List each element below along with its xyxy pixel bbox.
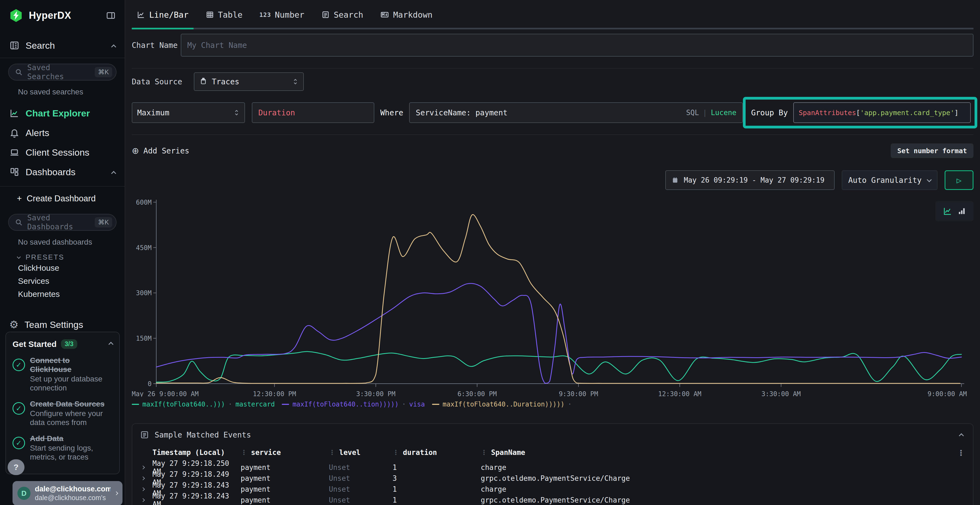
- get-started-item[interactable]: ✓ Add Data Start sending logs, metrics, …: [13, 434, 113, 462]
- create-dashboard-label: Create Dashboard: [27, 194, 95, 203]
- add-series-button[interactable]: ⊕ Add Series: [132, 146, 189, 156]
- chevron-down-icon: [17, 255, 21, 259]
- legend-item[interactable]: maxIf(toFloat640..tion)))))·visa: [282, 400, 425, 408]
- series-line-3: [156, 215, 960, 384]
- check-circle-icon: ✓: [13, 402, 25, 414]
- preset-services[interactable]: Services: [18, 275, 125, 287]
- lucene-toggle[interactable]: Lucene: [711, 108, 737, 117]
- tab-search[interactable]: Search: [316, 0, 368, 29]
- sidebar-item-client-sessions[interactable]: Client Sessions: [0, 143, 125, 162]
- table-menu-icon[interactable]: ⋮: [957, 448, 965, 457]
- group-by-input[interactable]: SpanAttributes['app.payment.card_type']: [793, 102, 971, 123]
- user-menu[interactable]: D dale@clickhouse.com dale@clickhouse.co…: [13, 481, 123, 505]
- date-range-input[interactable]: May 26 09:29:19 - May 27 09:29:19: [665, 170, 835, 190]
- table-row[interactable]: May 27 9:29:18.249 AMpaymentUnset3grpc.o…: [140, 470, 965, 481]
- x-axis-label: 3:30:00 AM: [761, 390, 801, 397]
- column-header-duration[interactable]: ⋮duration: [393, 448, 481, 457]
- column-header-level[interactable]: ⋮level: [329, 448, 393, 457]
- get-started-item-desc: Start sending logs, metrics, or traces: [30, 443, 113, 462]
- run-query-button[interactable]: ▷: [945, 170, 974, 190]
- get-started-item[interactable]: ✓ Connect to ClickHouse Set up your data…: [13, 356, 113, 392]
- saved-searches-placeholder: Saved Searches: [27, 63, 91, 81]
- column-header-timestamp[interactable]: Timestamp (Local): [153, 448, 241, 457]
- line-chart-toggle-icon[interactable]: [943, 206, 953, 216]
- column-header-service[interactable]: ⋮service: [241, 448, 329, 457]
- get-started-item[interactable]: ✓ Create Data Sources Configure where yo…: [13, 399, 113, 427]
- get-started-title: Get Started: [13, 340, 57, 349]
- create-dashboard-button[interactable]: + Create Dashboard: [0, 189, 125, 208]
- table-row[interactable]: May 27 9:29:18.243 AMpaymentUnset1grpc.o…: [140, 492, 965, 503]
- table-row[interactable]: May 27 9:29:18.243 AMpaymentUnset1charge: [140, 481, 965, 492]
- main-panel: Line/Bar Table 123 Number Search: [125, 0, 980, 505]
- presets-toggle[interactable]: PRESETS: [18, 253, 125, 262]
- tab-number[interactable]: 123 Number: [255, 0, 309, 29]
- set-number-format-button[interactable]: Set number format: [891, 143, 974, 158]
- data-source-select[interactable]: Traces: [194, 72, 304, 91]
- sql-toggle[interactable]: SQL: [686, 108, 699, 117]
- granularity-value: Auto Granularity: [848, 176, 922, 185]
- chart-svg[interactable]: 600M450M300M150M0May 26 9:00:00 AM12:30:…: [125, 190, 980, 397]
- expand-row-chevron-icon[interactable]: [140, 488, 153, 491]
- preset-kubernetes[interactable]: Kubernetes: [18, 287, 125, 301]
- sidebar-item-alerts[interactable]: Alerts: [0, 123, 125, 143]
- list-icon: [140, 430, 149, 440]
- sidebar-collapse-button[interactable]: [105, 11, 116, 21]
- search-icon: [15, 218, 23, 226]
- column-drag-handle-icon[interactable]: ⋮: [329, 449, 336, 456]
- chart-name-input[interactable]: [181, 34, 974, 57]
- bar-chart-toggle-icon[interactable]: [958, 207, 966, 216]
- table-row[interactable]: May 27 9:29:18.250 AMpaymentUnset1charge: [140, 459, 965, 470]
- sidebar-item-chart-explorer[interactable]: Chart Explorer: [0, 103, 125, 123]
- cell-timestamp: May 27 9:29:18.243 AM: [153, 492, 241, 505]
- play-icon: ▷: [956, 176, 961, 185]
- chevron-up-icon[interactable]: [112, 167, 115, 178]
- granularity-select[interactable]: Auto Granularity: [842, 170, 937, 190]
- chevron-up-icon[interactable]: [109, 341, 113, 347]
- legend-expression: maxIf(toFloat640..tion))))): [293, 400, 399, 408]
- where-input[interactable]: ServiceName: payment SQL | Lucene: [409, 102, 743, 123]
- plus-icon: +: [17, 194, 22, 203]
- cell-service: payment: [241, 474, 329, 483]
- check-circle-icon: ✓: [13, 359, 25, 371]
- preset-clickhouse[interactable]: ClickHouse: [18, 262, 125, 275]
- sidebar-item-team-settings[interactable]: ⚙ Team Settings: [0, 316, 125, 333]
- chart-display-toggle: [935, 201, 974, 221]
- sidebar-item-dashboards[interactable]: Dashboards: [0, 162, 125, 182]
- column-drag-handle-icon[interactable]: ⋮: [241, 449, 247, 456]
- group-by-key: 'app.payment.card_type': [860, 109, 955, 117]
- column-drag-handle-icon[interactable]: ⋮: [393, 449, 399, 456]
- chevron-up-icon[interactable]: [112, 40, 115, 51]
- tab-table[interactable]: Table: [200, 0, 247, 29]
- help-button[interactable]: ?: [8, 459, 24, 475]
- legend-item[interactable]: maxIf(toFloat640..Duration)))))·: [432, 400, 572, 408]
- column-drag-handle-icon[interactable]: ⋮: [481, 449, 487, 456]
- expand-row-chevron-icon[interactable]: [140, 477, 153, 480]
- legend-dash-icon: [432, 404, 439, 405]
- legend-item[interactable]: maxIf(toFloat640..)))·mastercard: [132, 400, 275, 408]
- query-language-toggle[interactable]: SQL | Lucene: [686, 108, 737, 117]
- sidebar-section-search[interactable]: Search: [0, 38, 125, 53]
- field-input[interactable]: Duration: [252, 102, 374, 123]
- search-section-label: Search: [25, 40, 55, 51]
- document-lines-icon: [321, 10, 330, 19]
- group-by-function: SpanAttributes: [799, 109, 856, 117]
- legend-expression: maxIf(toFloat640..))): [142, 400, 225, 408]
- search-section-icon: [9, 40, 20, 51]
- tab-label: Markdown: [393, 10, 433, 20]
- expand-row-chevron-icon[interactable]: [140, 499, 153, 502]
- cell-duration: 1: [393, 464, 481, 472]
- legend-group-name: visa: [409, 400, 425, 408]
- saved-dashboards-input[interactable]: Saved Dashboards ⌘K: [8, 214, 116, 231]
- aggregation-select[interactable]: Maximum: [132, 102, 245, 123]
- get-started-item-desc: Configure where your data comes from: [30, 409, 113, 427]
- tab-markdown[interactable]: Markdown: [375, 0, 438, 29]
- legend-separator: ·: [402, 400, 406, 408]
- column-header-spanname[interactable]: ⋮SpanName: [481, 448, 965, 457]
- database-icon: [199, 78, 207, 86]
- legend-dash-icon: [282, 404, 289, 405]
- collapse-panel-button[interactable]: [959, 430, 965, 440]
- chart-name-label: Chart Name: [132, 41, 181, 50]
- expand-row-chevron-icon[interactable]: [140, 466, 153, 469]
- tab-line-bar[interactable]: Line/Bar: [132, 0, 194, 29]
- saved-searches-input[interactable]: Saved Searches ⌘K: [8, 64, 116, 81]
